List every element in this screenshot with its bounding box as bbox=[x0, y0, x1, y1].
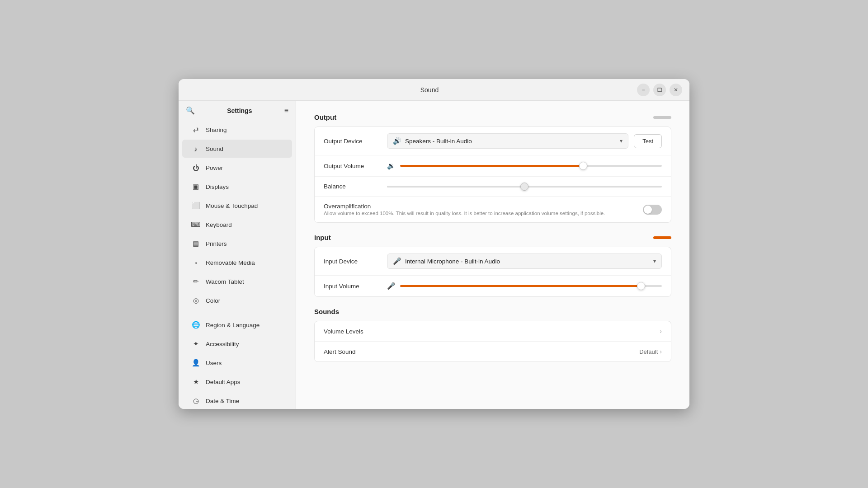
output-section-header: Output bbox=[314, 113, 671, 121]
sharing-icon: ⇄ bbox=[191, 125, 200, 134]
keyboard-icon: ⌨ bbox=[191, 220, 200, 229]
sidebar-item-mouse-touchpad[interactable]: ⬜ Mouse & Touchpad bbox=[182, 197, 292, 215]
date-time-icon: ◷ bbox=[191, 396, 200, 405]
sidebar-item-label: Wacom Tablet bbox=[206, 278, 244, 285]
sidebar-item-accessibility[interactable]: ✦ Accessibility bbox=[182, 335, 292, 353]
input-volume-fill bbox=[400, 285, 641, 287]
wacom-icon: ✏ bbox=[191, 277, 200, 286]
input-volume-label: Input Volume bbox=[324, 283, 387, 290]
sidebar-item-default-apps[interactable]: ★ Default Apps bbox=[182, 373, 292, 391]
sidebar-title: Settings bbox=[227, 107, 252, 114]
microphone-icon: 🎤 bbox=[393, 257, 401, 265]
volume-icon: 🔉 bbox=[387, 162, 396, 170]
balance-row: Balance bbox=[315, 177, 671, 197]
input-device-row: Input Device 🎤 Internal Microphone - Bui… bbox=[315, 247, 671, 276]
menu-icon[interactable]: ≡ bbox=[284, 107, 288, 115]
sidebar-item-users[interactable]: 👤 Users bbox=[182, 354, 292, 372]
output-volume-fill bbox=[400, 165, 583, 167]
alert-sound-value: Default bbox=[639, 348, 658, 355]
sidebar-item-power[interactable]: ⏻ Power bbox=[182, 159, 292, 177]
input-device-label: Input Device bbox=[324, 258, 387, 265]
input-section-title: Input bbox=[314, 234, 331, 241]
balance-label: Balance bbox=[324, 183, 387, 190]
sidebar-item-label: Color bbox=[206, 297, 220, 304]
input-volume-track[interactable] bbox=[400, 285, 662, 287]
sidebar-item-removable-media[interactable]: ▫ Removable Media bbox=[182, 253, 292, 272]
window-controls: − ⧠ ✕ bbox=[637, 84, 682, 96]
titlebar: Sound − ⧠ ✕ bbox=[179, 79, 689, 101]
displays-icon: ▣ bbox=[191, 182, 200, 191]
maximize-button[interactable]: ⧠ bbox=[653, 84, 666, 96]
sidebar-item-displays[interactable]: ▣ Displays bbox=[182, 178, 292, 196]
alert-sound-row[interactable]: Alert Sound Default › bbox=[315, 342, 671, 361]
sidebar-item-date-time[interactable]: ◷ Date & Time bbox=[182, 392, 292, 409]
volume-levels-row[interactable]: Volume Levels › bbox=[315, 321, 671, 342]
sidebar-item-label: Accessibility bbox=[206, 341, 239, 347]
input-volume-row: Input Volume 🎤 bbox=[315, 276, 671, 296]
balance-fill bbox=[387, 186, 524, 188]
chevron-right-icon: › bbox=[660, 328, 662, 335]
sidebar-item-region-language[interactable]: 🌐 Region & Language bbox=[182, 316, 292, 334]
output-volume-track[interactable] bbox=[400, 165, 662, 167]
output-section: Output Output Device 🔊 Speakers - Built-… bbox=[314, 113, 671, 223]
sidebar: 🔍 Settings ≡ ⇄ Sharing ♪ Sound ⏻ Power ▣… bbox=[179, 101, 296, 409]
sidebar-header: 🔍 Settings ≡ bbox=[179, 101, 296, 120]
balance-slider[interactable] bbox=[387, 186, 662, 188]
input-device-dropdown[interactable]: 🎤 Internal Microphone - Built-in Audio ▾ bbox=[387, 253, 662, 269]
overamplification-toggle[interactable] bbox=[643, 205, 662, 215]
search-icon[interactable]: 🔍 bbox=[186, 106, 195, 115]
input-device-value: Internal Microphone - Built-in Audio bbox=[405, 258, 500, 265]
close-button[interactable]: ✕ bbox=[670, 84, 682, 96]
sidebar-item-printers[interactable]: ▤ Printers bbox=[182, 235, 292, 253]
sounds-section: Sounds Volume Levels › Alert Sound Defau… bbox=[314, 308, 671, 362]
dropdown-arrow-icon: ▾ bbox=[620, 138, 623, 144]
color-icon: ◎ bbox=[191, 296, 200, 305]
sidebar-item-sound[interactable]: ♪ Sound bbox=[182, 140, 292, 158]
dropdown-arrow-icon: ▾ bbox=[653, 258, 656, 264]
default-apps-icon: ★ bbox=[191, 377, 200, 386]
sidebar-item-label: Users bbox=[206, 360, 222, 366]
output-device-dropdown[interactable]: 🔊 Speakers - Built-in Audio ▾ bbox=[387, 133, 628, 149]
input-volume-thumb[interactable] bbox=[637, 282, 645, 290]
overamplification-row: Overamplification Allow volume to exceed… bbox=[315, 197, 671, 222]
input-volume-slider[interactable]: 🎤 bbox=[387, 282, 662, 290]
output-device-label: Output Device bbox=[324, 138, 387, 145]
input-card: Input Device 🎤 Internal Microphone - Bui… bbox=[314, 247, 671, 297]
sidebar-item-sharing[interactable]: ⇄ Sharing bbox=[182, 121, 292, 139]
mic-volume-icon: 🎤 bbox=[387, 282, 396, 290]
sidebar-item-label: Power bbox=[206, 164, 223, 171]
output-volume-slider[interactable]: 🔉 bbox=[387, 162, 662, 170]
sidebar-item-keyboard[interactable]: ⌨ Keyboard bbox=[182, 216, 292, 234]
input-indicator bbox=[653, 236, 671, 239]
sidebar-item-color[interactable]: ◎ Color bbox=[182, 291, 292, 310]
sidebar-item-wacom[interactable]: ✏ Wacom Tablet bbox=[182, 272, 292, 291]
sidebar-item-label: Default Apps bbox=[206, 379, 241, 385]
chevron-right-icon: › bbox=[660, 348, 662, 355]
sidebar-item-label: Mouse & Touchpad bbox=[206, 202, 258, 209]
output-card: Output Device 🔊 Speakers - Built-in Audi… bbox=[314, 127, 671, 223]
printers-icon: ▤ bbox=[191, 239, 200, 248]
sounds-section-header: Sounds bbox=[314, 308, 671, 315]
input-section: Input Input Device 🎤 Internal Microphone… bbox=[314, 234, 671, 297]
sidebar-item-label: Region & Language bbox=[206, 322, 259, 328]
sidebar-item-label: Printers bbox=[206, 240, 227, 247]
sound-icon: ♪ bbox=[191, 144, 200, 153]
output-volume-row: Output Volume 🔉 bbox=[315, 155, 671, 177]
region-icon: 🌐 bbox=[191, 320, 200, 329]
test-button[interactable]: Test bbox=[634, 134, 662, 148]
balance-track[interactable] bbox=[387, 186, 662, 188]
sidebar-item-label: Date & Time bbox=[206, 398, 239, 404]
sounds-card: Volume Levels › Alert Sound Default › bbox=[314, 321, 671, 362]
output-volume-label: Output Volume bbox=[324, 163, 387, 169]
sidebar-item-label: Displays bbox=[206, 183, 229, 190]
content: 🔍 Settings ≡ ⇄ Sharing ♪ Sound ⏻ Power ▣… bbox=[179, 101, 689, 409]
output-volume-thumb[interactable] bbox=[579, 162, 587, 170]
minimize-button[interactable]: − bbox=[637, 84, 650, 96]
sidebar-item-label: Keyboard bbox=[206, 221, 232, 228]
sidebar-item-label: Sharing bbox=[206, 127, 227, 133]
alert-sound-label: Alert Sound bbox=[324, 348, 639, 355]
balance-thumb[interactable] bbox=[520, 183, 528, 191]
toggle-knob bbox=[644, 206, 652, 214]
output-device-row: Output Device 🔊 Speakers - Built-in Audi… bbox=[315, 127, 671, 155]
power-icon: ⏻ bbox=[191, 163, 200, 172]
